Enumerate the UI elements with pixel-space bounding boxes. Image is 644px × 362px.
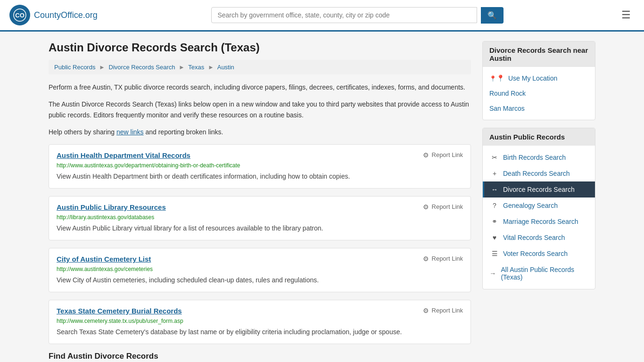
breadcrumb-divorce-records[interactable]: Divorce Records Search	[109, 64, 175, 71]
records-link-5[interactable]: Vital Records Search	[503, 234, 565, 241]
report-link-2[interactable]: ⚙ Report Link	[423, 255, 463, 263]
location-pin-icon: 📍	[489, 74, 504, 82]
description-2: The Austin Divorce Records Search (Texas…	[49, 99, 471, 120]
result-url-1[interactable]: http://library.austintexas.gov/databases	[57, 214, 463, 221]
sidebar: Divorce Records Search near Austin 📍 Use…	[482, 41, 595, 362]
records-link-item-3[interactable]: ? Genealogy Search	[483, 197, 595, 214]
description-1: Perform a free Austin, TX public divorce…	[49, 82, 471, 92]
breadcrumb: Public Records ► Divorce Records Search …	[49, 60, 471, 74]
search-input[interactable]	[211, 7, 477, 23]
content-area: Austin Divorce Records Search (Texas) Pu…	[49, 41, 471, 362]
find-section-heading: Find Austin Divorce Records	[49, 352, 471, 361]
records-link-item-2[interactable]: ↔ Divorce Records Search	[483, 181, 595, 197]
records-icon-4: ⚭	[491, 218, 498, 225]
records-links-list: ✂ Birth Records Search + Death Records S…	[483, 149, 595, 262]
report-link-0[interactable]: ⚙ Report Link	[423, 151, 463, 159]
results-container: Austin Health Department Vital Records ⚙…	[49, 144, 471, 344]
report-icon-3: ⚙	[423, 307, 429, 314]
breadcrumb-austin[interactable]: Austin	[217, 64, 234, 71]
records-link-1[interactable]: Death Records Search	[503, 170, 570, 177]
near-austin-content: 📍 Use My Location Round RockSan Marcos	[483, 67, 595, 120]
result-url-3[interactable]: http://www.cemetery.state.tx.us/pub/user…	[57, 318, 463, 324]
austin-public-records-box: Austin Public Records ✂ Birth Records Se…	[482, 128, 595, 289]
records-icon-5: ♥	[491, 234, 498, 241]
search-area: 🔍	[211, 7, 504, 24]
result-header: Austin Health Department Vital Records ⚙…	[57, 151, 463, 159]
search-icon: 🔍	[487, 11, 497, 19]
new-links-link[interactable]: new links	[116, 128, 144, 136]
result-url-0[interactable]: http://www.austintexas.gov/department/ob…	[57, 162, 463, 169]
records-icon-0: ✂	[491, 154, 498, 161]
result-title-1[interactable]: Austin Public Library Resources	[57, 203, 166, 211]
nearby-cities: Round RockSan Marcos	[483, 86, 595, 116]
report-icon-2: ⚙	[423, 255, 429, 263]
result-card: City of Austin Cemetery List ⚙ Report Li…	[49, 248, 471, 292]
all-records-link[interactable]: All Austin Public Records (Texas)	[501, 266, 588, 281]
nearby-city-link-0[interactable]: Round Rock	[489, 90, 526, 97]
result-header: Austin Public Library Resources ⚙ Report…	[57, 203, 463, 211]
records-link-3[interactable]: Genealogy Search	[503, 202, 558, 209]
logo-icon: CO	[9, 5, 30, 25]
records-icon-6: ☰	[491, 250, 498, 257]
report-icon-1: ⚙	[423, 203, 429, 211]
nearby-city-1[interactable]: San Marcos	[483, 101, 595, 116]
arrow-right-icon: →	[489, 270, 496, 277]
search-button[interactable]: 🔍	[481, 7, 504, 24]
result-desc-1: View Austin Public Library virtual libra…	[57, 223, 463, 233]
breadcrumb-public-records[interactable]: Public Records	[54, 64, 95, 71]
logo-county: CountyOffice	[34, 10, 83, 20]
records-link-item-1[interactable]: + Death Records Search	[483, 165, 595, 181]
page-title: Austin Divorce Records Search (Texas)	[49, 41, 471, 54]
records-link-4[interactable]: Marriage Records Search	[503, 218, 578, 225]
result-title-2[interactable]: City of Austin Cemetery List	[57, 255, 151, 263]
records-link-6[interactable]: Voter Records Search	[503, 250, 568, 257]
hamburger-icon: ☰	[621, 9, 631, 21]
records-link-0[interactable]: Birth Records Search	[503, 154, 566, 161]
all-records-link-item[interactable]: → All Austin Public Records (Texas)	[483, 262, 595, 285]
records-icon-2: ↔	[491, 186, 498, 193]
use-my-location-item[interactable]: 📍 Use My Location	[483, 71, 595, 86]
svg-text:CO: CO	[15, 12, 25, 19]
result-card: Austin Public Library Resources ⚙ Report…	[49, 196, 471, 240]
result-desc-3: Search Texas State Cemetery's database b…	[57, 327, 463, 337]
result-title-3[interactable]: Texas State Cemetery Burial Records	[57, 307, 182, 315]
logo-org: .org	[83, 10, 98, 20]
result-title-0[interactable]: Austin Health Department Vital Records	[57, 151, 190, 159]
report-icon-0: ⚙	[423, 151, 429, 159]
result-desc-0: View Austin Health Department birth or d…	[57, 172, 463, 181]
result-url-2[interactable]: http://www.austintexas.gov/cemeteries	[57, 266, 463, 272]
result-header: Texas State Cemetery Burial Records ⚙ Re…	[57, 307, 463, 315]
records-link-2[interactable]: Divorce Records Search	[503, 186, 575, 193]
header: CO CountyOffice.org 🔍 ☰	[0, 0, 644, 32]
records-link-item-0[interactable]: ✂ Birth Records Search	[483, 149, 595, 165]
records-link-item-4[interactable]: ⚭ Marriage Records Search	[483, 214, 595, 230]
austin-public-records-title: Austin Public Records	[483, 128, 595, 146]
near-austin-box: Divorce Records Search near Austin 📍 Use…	[482, 41, 595, 120]
logo-text: CountyOffice.org	[34, 10, 98, 20]
result-desc-2: View City of Austin cemeteries, includin…	[57, 275, 463, 285]
nearby-city-link-1[interactable]: San Marcos	[489, 105, 525, 112]
report-link-3[interactable]: ⚙ Report Link	[423, 307, 463, 314]
records-icon-3: ?	[491, 202, 498, 209]
main-container: Austin Divorce Records Search (Texas) Pu…	[39, 32, 605, 362]
records-links-content: ✂ Birth Records Search + Death Records S…	[483, 146, 595, 289]
result-card: Texas State Cemetery Burial Records ⚙ Re…	[49, 300, 471, 344]
near-austin-title: Divorce Records Search near Austin	[483, 41, 595, 67]
records-link-item-5[interactable]: ♥ Vital Records Search	[483, 230, 595, 246]
nearby-city-0[interactable]: Round Rock	[483, 86, 595, 101]
description-3: Help others by sharing new links and rep…	[49, 127, 471, 137]
use-my-location-link[interactable]: Use My Location	[508, 74, 557, 82]
result-header: City of Austin Cemetery List ⚙ Report Li…	[57, 255, 463, 263]
report-link-1[interactable]: ⚙ Report Link	[423, 203, 463, 211]
result-card: Austin Health Department Vital Records ⚙…	[49, 144, 471, 189]
records-link-item-6[interactable]: ☰ Voter Records Search	[483, 246, 595, 262]
logo-area: CO CountyOffice.org	[9, 5, 98, 25]
records-icon-1: +	[491, 170, 498, 177]
menu-button[interactable]: ☰	[618, 7, 635, 23]
breadcrumb-texas[interactable]: Texas	[188, 64, 204, 71]
